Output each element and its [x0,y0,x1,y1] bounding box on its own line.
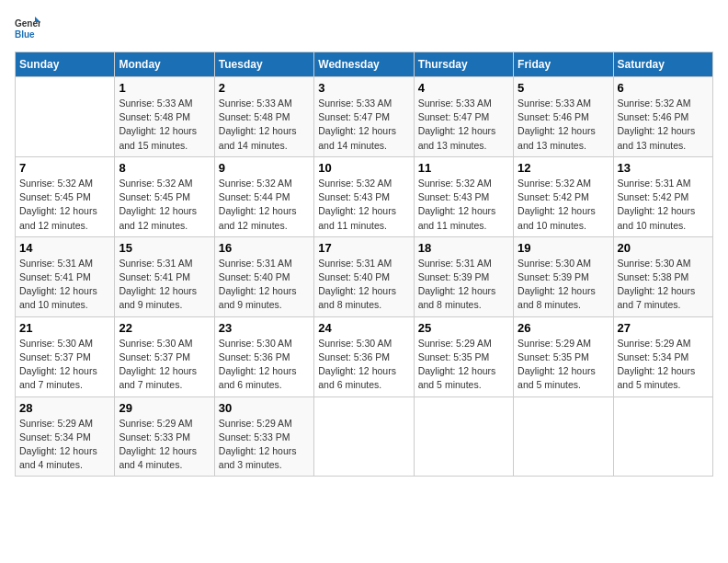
calendar-cell: 23Sunrise: 5:30 AM Sunset: 5:36 PM Dayli… [214,316,313,396]
day-info: Sunrise: 5:32 AM Sunset: 5:42 PM Dayligh… [518,177,609,233]
day-number: 11 [418,161,509,175]
calendar-cell: 24Sunrise: 5:30 AM Sunset: 5:36 PM Dayli… [314,316,414,396]
day-info: Sunrise: 5:32 AM Sunset: 5:45 PM Dayligh… [19,177,110,233]
day-info: Sunrise: 5:31 AM Sunset: 5:41 PM Dayligh… [119,257,210,313]
day-info: Sunrise: 5:33 AM Sunset: 5:47 PM Dayligh… [418,97,509,153]
day-number: 17 [318,241,409,255]
day-number: 20 [618,241,709,255]
day-info: Sunrise: 5:29 AM Sunset: 5:33 PM Dayligh… [119,417,210,473]
calendar-cell: 25Sunrise: 5:29 AM Sunset: 5:35 PM Dayli… [414,316,513,396]
week-row-5: 28Sunrise: 5:29 AM Sunset: 5:34 PM Dayli… [16,396,713,477]
day-number: 26 [518,321,609,335]
col-header-monday: Monday [115,52,214,77]
col-header-wednesday: Wednesday [314,52,414,77]
day-info: Sunrise: 5:30 AM Sunset: 5:36 PM Dayligh… [318,337,409,393]
day-info: Sunrise: 5:32 AM Sunset: 5:44 PM Dayligh… [219,177,310,233]
day-number: 6 [618,81,709,95]
general-blue-icon: General Blue [15,15,40,40]
calendar-cell: 18Sunrise: 5:31 AM Sunset: 5:39 PM Dayli… [414,236,513,316]
calendar-cell [514,396,613,477]
calendar-cell: 20Sunrise: 5:30 AM Sunset: 5:38 PM Dayli… [613,236,712,316]
day-number: 25 [418,321,509,335]
calendar-cell: 4Sunrise: 5:33 AM Sunset: 5:47 PM Daylig… [414,77,513,157]
day-number: 16 [219,241,310,255]
calendar-cell: 12Sunrise: 5:32 AM Sunset: 5:42 PM Dayli… [514,156,613,236]
calendar-cell: 14Sunrise: 5:31 AM Sunset: 5:41 PM Dayli… [16,236,115,316]
day-number: 12 [518,161,609,175]
day-info: Sunrise: 5:31 AM Sunset: 5:40 PM Dayligh… [219,257,310,313]
calendar-cell [613,396,712,477]
calendar-cell: 7Sunrise: 5:32 AM Sunset: 5:45 PM Daylig… [16,156,115,236]
day-info: Sunrise: 5:31 AM Sunset: 5:42 PM Dayligh… [618,177,709,233]
day-number: 4 [418,81,509,95]
day-number: 3 [318,81,409,95]
calendar-cell: 15Sunrise: 5:31 AM Sunset: 5:41 PM Dayli… [115,236,214,316]
week-row-4: 21Sunrise: 5:30 AM Sunset: 5:37 PM Dayli… [16,316,713,396]
day-info: Sunrise: 5:29 AM Sunset: 5:34 PM Dayligh… [618,337,709,393]
day-info: Sunrise: 5:32 AM Sunset: 5:43 PM Dayligh… [318,177,409,233]
day-info: Sunrise: 5:30 AM Sunset: 5:38 PM Dayligh… [618,257,709,313]
calendar-cell: 28Sunrise: 5:29 AM Sunset: 5:34 PM Dayli… [16,396,115,477]
day-number: 1 [119,81,210,95]
day-info: Sunrise: 5:32 AM Sunset: 5:43 PM Dayligh… [418,177,509,233]
day-info: Sunrise: 5:33 AM Sunset: 5:47 PM Dayligh… [318,97,409,153]
day-number: 18 [418,241,509,255]
calendar-cell [16,77,115,157]
col-header-saturday: Saturday [613,52,712,77]
day-info: Sunrise: 5:31 AM Sunset: 5:41 PM Dayligh… [19,257,110,313]
calendar-cell [414,396,513,477]
calendar-cell: 22Sunrise: 5:30 AM Sunset: 5:37 PM Dayli… [115,316,214,396]
calendar-cell: 1Sunrise: 5:33 AM Sunset: 5:48 PM Daylig… [115,77,214,157]
day-info: Sunrise: 5:33 AM Sunset: 5:46 PM Dayligh… [518,97,609,153]
day-info: Sunrise: 5:31 AM Sunset: 5:39 PM Dayligh… [418,257,509,313]
calendar-table: SundayMondayTuesdayWednesdayThursdayFrid… [15,52,713,477]
calendar-cell: 21Sunrise: 5:30 AM Sunset: 5:37 PM Dayli… [16,316,115,396]
calendar-cell: 5Sunrise: 5:33 AM Sunset: 5:46 PM Daylig… [514,77,613,157]
day-number: 14 [19,241,110,255]
day-info: Sunrise: 5:31 AM Sunset: 5:40 PM Dayligh… [318,257,409,313]
day-number: 7 [19,161,110,175]
day-number: 10 [318,161,409,175]
calendar-cell: 3Sunrise: 5:33 AM Sunset: 5:47 PM Daylig… [314,77,414,157]
calendar-cell: 2Sunrise: 5:33 AM Sunset: 5:48 PM Daylig… [214,77,313,157]
day-info: Sunrise: 5:29 AM Sunset: 5:33 PM Dayligh… [219,417,310,473]
col-header-friday: Friday [514,52,613,77]
calendar-cell: 26Sunrise: 5:29 AM Sunset: 5:35 PM Dayli… [514,316,613,396]
day-number: 5 [518,81,609,95]
day-info: Sunrise: 5:30 AM Sunset: 5:39 PM Dayligh… [518,257,609,313]
day-info: Sunrise: 5:33 AM Sunset: 5:48 PM Dayligh… [219,97,310,153]
calendar-cell: 16Sunrise: 5:31 AM Sunset: 5:40 PM Dayli… [214,236,313,316]
day-info: Sunrise: 5:29 AM Sunset: 5:35 PM Dayligh… [418,337,509,393]
day-info: Sunrise: 5:30 AM Sunset: 5:37 PM Dayligh… [19,337,110,393]
day-info: Sunrise: 5:30 AM Sunset: 5:37 PM Dayligh… [119,337,210,393]
day-number: 8 [119,161,210,175]
calendar-cell [314,396,414,477]
day-info: Sunrise: 5:32 AM Sunset: 5:45 PM Dayligh… [119,177,210,233]
day-number: 24 [318,321,409,335]
calendar-cell: 11Sunrise: 5:32 AM Sunset: 5:43 PM Dayli… [414,156,513,236]
week-row-3: 14Sunrise: 5:31 AM Sunset: 5:41 PM Dayli… [16,236,713,316]
day-number: 22 [119,321,210,335]
calendar-cell: 29Sunrise: 5:29 AM Sunset: 5:33 PM Dayli… [115,396,214,477]
day-info: Sunrise: 5:32 AM Sunset: 5:46 PM Dayligh… [618,97,709,153]
day-info: Sunrise: 5:29 AM Sunset: 5:35 PM Dayligh… [518,337,609,393]
day-number: 23 [219,321,310,335]
col-header-tuesday: Tuesday [214,52,313,77]
calendar-cell: 8Sunrise: 5:32 AM Sunset: 5:45 PM Daylig… [115,156,214,236]
day-number: 30 [219,401,310,415]
day-number: 19 [518,241,609,255]
col-header-sunday: Sunday [16,52,115,77]
calendar-cell: 27Sunrise: 5:29 AM Sunset: 5:34 PM Dayli… [613,316,712,396]
day-number: 9 [219,161,310,175]
calendar-cell: 19Sunrise: 5:30 AM Sunset: 5:39 PM Dayli… [514,236,613,316]
calendar-cell: 30Sunrise: 5:29 AM Sunset: 5:33 PM Dayli… [214,396,313,477]
calendar-cell: 6Sunrise: 5:32 AM Sunset: 5:46 PM Daylig… [613,77,712,157]
week-row-2: 7Sunrise: 5:32 AM Sunset: 5:45 PM Daylig… [16,156,713,236]
day-info: Sunrise: 5:29 AM Sunset: 5:34 PM Dayligh… [19,417,110,473]
calendar-cell: 9Sunrise: 5:32 AM Sunset: 5:44 PM Daylig… [214,156,313,236]
day-number: 27 [618,321,709,335]
col-header-thursday: Thursday [414,52,513,77]
calendar-cell: 10Sunrise: 5:32 AM Sunset: 5:43 PM Dayli… [314,156,414,236]
day-number: 13 [618,161,709,175]
logo: General Blue [15,15,44,40]
